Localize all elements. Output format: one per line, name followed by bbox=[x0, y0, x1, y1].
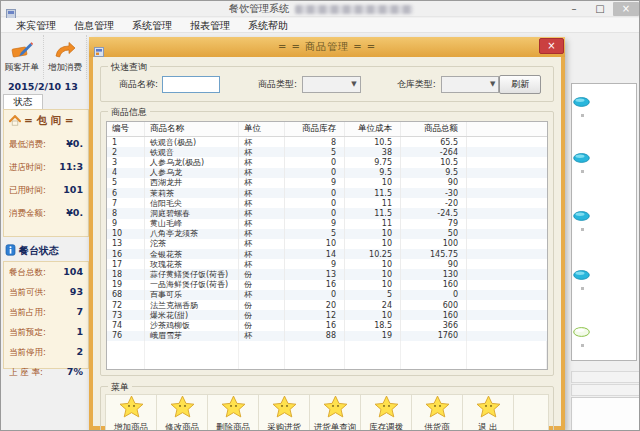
product-type-select[interactable]: ▼ bbox=[302, 76, 361, 93]
table-row[interactable]: 76峨眉雪芽杯88191760 bbox=[107, 331, 547, 341]
cell-id: 18 bbox=[107, 269, 145, 279]
field-label: 当前停用: bbox=[9, 347, 46, 359]
house-icon bbox=[9, 115, 21, 128]
cell-total: 1760 bbox=[401, 331, 467, 341]
toolbar-button-1[interactable]: 顾客开单 bbox=[1, 35, 44, 79]
window-titlebar[interactable]: 餐饮管理系统 – □ × bbox=[1, 1, 640, 17]
table-status-panel: 餐台总数:104当前可供:93当前占用:7当前预定:1当前停用:2上 座 率:7… bbox=[3, 261, 89, 369]
table-row[interactable]: 18蒜仔黄鳝煲仔饭(荷香)份1310130 bbox=[107, 269, 547, 279]
table-row[interactable]: 73爆米花(甜)份1210160 bbox=[107, 310, 547, 320]
info-field-row: 上 座 率:7% bbox=[9, 366, 84, 379]
info-field-row: 消费金额:¥0. bbox=[9, 207, 84, 220]
cell-stock: 8 bbox=[285, 137, 345, 147]
cell-name: 法兰克福香肠 bbox=[145, 300, 239, 310]
table-row[interactable]: 6茉莉茶杯011.5-30 bbox=[107, 188, 547, 198]
table-row[interactable]: 4人参乌龙杯09.59.5 bbox=[107, 168, 547, 178]
dialog-close-button[interactable]: × bbox=[539, 38, 564, 54]
table-row[interactable]: 1铁观音(极品)杯810.565.5 bbox=[107, 137, 547, 147]
cell-total: 600 bbox=[401, 300, 467, 310]
cell-unit: 杯 bbox=[239, 178, 285, 188]
table-row[interactable]: 72法兰克福香肠份2024600 bbox=[107, 300, 547, 310]
menu-button-增加商品[interactable]: 增加商品 bbox=[106, 395, 157, 431]
cell-cost: 10 bbox=[345, 269, 401, 279]
table-seat-icon[interactable] bbox=[573, 265, 590, 284]
cell-name: 沱茶 bbox=[145, 239, 239, 249]
cell-name: 人参乌龙 bbox=[145, 168, 239, 178]
field-value: 7% bbox=[67, 366, 84, 377]
warehouse-type-select[interactable]: ▼ bbox=[441, 76, 500, 93]
menubar-item[interactable]: 系统管理 bbox=[123, 18, 181, 33]
column-header[interactable]: 商品库存 bbox=[285, 122, 345, 136]
cell-id: 6 bbox=[107, 188, 145, 198]
menubar-item[interactable]: 系统帮助 bbox=[239, 18, 297, 33]
cell-cost: 10 bbox=[345, 229, 401, 239]
cell-filler bbox=[467, 147, 547, 157]
menu-button-退 出[interactable]: 退 出 bbox=[463, 395, 514, 431]
table-row[interactable]: 3人参乌龙(极品)杯09.7510.5 bbox=[107, 157, 547, 167]
menubar-item[interactable]: 信息管理 bbox=[65, 18, 123, 33]
column-header[interactable]: 单位成本 bbox=[345, 122, 401, 136]
table-seat-icon[interactable] bbox=[573, 92, 590, 111]
maximize-button[interactable]: □ bbox=[587, 2, 613, 16]
table-row[interactable]: 17玫瑰花茶杯91090 bbox=[107, 259, 547, 269]
cell-cost: 19 bbox=[345, 331, 401, 341]
cell-filler bbox=[467, 208, 547, 218]
info-field-row: 已用时间:101 bbox=[9, 184, 84, 197]
menu-button-修改商品[interactable]: 修改商品 bbox=[157, 395, 208, 431]
cell-total: 90 bbox=[401, 178, 467, 188]
cell-total: -24.5 bbox=[401, 208, 467, 218]
table-row[interactable]: 19一品海鲜煲仔饭(荷香)份1610160 bbox=[107, 280, 547, 290]
table-seat-green-icon[interactable] bbox=[573, 322, 590, 341]
cell-unit: 份 bbox=[239, 300, 285, 310]
cell-name: 峨眉雪芽 bbox=[145, 331, 239, 341]
column-header[interactable]: 商品名称 bbox=[145, 122, 239, 136]
cell-id: 7 bbox=[107, 198, 145, 208]
cell-stock: 13 bbox=[285, 269, 345, 279]
cell-id: 68 bbox=[107, 290, 145, 300]
cell-stock: 9 bbox=[285, 178, 345, 188]
menubar-item[interactable]: 报表管理 bbox=[181, 18, 239, 33]
table-row[interactable]: 7信阳毛尖杯011-20 bbox=[107, 198, 547, 208]
cell-unit: 杯 bbox=[239, 229, 285, 239]
table-row[interactable]: 2铁观音杯538-264 bbox=[107, 147, 547, 157]
table-row[interactable]: 10八角亭龙须茶杯51050 bbox=[107, 229, 547, 239]
main-area: 顾客开单增加消费 2015/2/10 13 状态 = 包 间 = 最低消费:¥0… bbox=[1, 33, 640, 431]
column-header[interactable]: 编号 bbox=[107, 122, 145, 136]
column-header[interactable]: 单位 bbox=[239, 122, 285, 136]
table-row[interactable]: 5西湖龙井杯91090 bbox=[107, 178, 547, 188]
cell-id: 9 bbox=[107, 219, 145, 229]
refresh-button[interactable]: 刷新 bbox=[499, 75, 541, 94]
product-info-group: 商品信息 编号商品名称单位商品库存单位成本商品总额 1铁观音(极品)杯810.5… bbox=[100, 111, 554, 376]
table-seat-icon[interactable] bbox=[573, 206, 590, 225]
cell-id: 5 bbox=[107, 178, 145, 188]
cell-id: 1 bbox=[107, 137, 145, 147]
table-row[interactable]: 8洞庭碧螺春杯011.5-24.5 bbox=[107, 208, 547, 218]
cell-unit: 杯 bbox=[239, 168, 285, 178]
menu-button-进货单查询[interactable]: 进货单查询 bbox=[310, 395, 361, 431]
menubar-item[interactable]: 来宾管理 bbox=[7, 18, 65, 33]
tab-status[interactable]: 状态 bbox=[3, 94, 43, 109]
table-row[interactable]: 74沙茶鸡柳饭份1618.5366 bbox=[107, 320, 547, 330]
table-row[interactable]: 16金银花茶杯1410.25145.75 bbox=[107, 249, 547, 259]
cell-filler bbox=[467, 188, 547, 198]
menu-strip: 增加商品修改商品删除商品采购进货进货单查询库存调拨供货商退 出 bbox=[105, 394, 549, 431]
cell-name: 玫瑰花茶 bbox=[145, 259, 239, 269]
cell-unit: 杯 bbox=[239, 208, 285, 218]
column-header[interactable]: 商品总额 bbox=[401, 122, 467, 136]
table-row[interactable]: 13沱茶杯1010100 bbox=[107, 239, 547, 249]
table-row[interactable]: 9黄山毛峰杯91179 bbox=[107, 219, 547, 229]
menu-button-供货商[interactable]: 供货商 bbox=[412, 395, 463, 431]
chevron-down-icon: ▼ bbox=[351, 80, 356, 88]
cell-name: 黄山毛峰 bbox=[145, 219, 239, 229]
minimize-button[interactable]: – bbox=[561, 2, 587, 16]
menu-button-采购进货[interactable]: 采购进货 bbox=[259, 395, 310, 431]
window-close-button[interactable]: × bbox=[613, 2, 639, 16]
dialog-titlebar[interactable]: = = 商品管理 = = × bbox=[89, 37, 565, 57]
menu-button-库存调拨[interactable]: 库存调拨 bbox=[361, 395, 412, 431]
table-seat-icon[interactable] bbox=[573, 148, 590, 167]
table-row[interactable]: 68百事可乐杯050 bbox=[107, 290, 547, 300]
cell-id: 17 bbox=[107, 259, 145, 269]
menu-button-删除商品[interactable]: 删除商品 bbox=[208, 395, 259, 431]
product-name-input[interactable] bbox=[162, 76, 220, 93]
toolbar-button-2[interactable]: 增加消费 bbox=[44, 35, 87, 79]
